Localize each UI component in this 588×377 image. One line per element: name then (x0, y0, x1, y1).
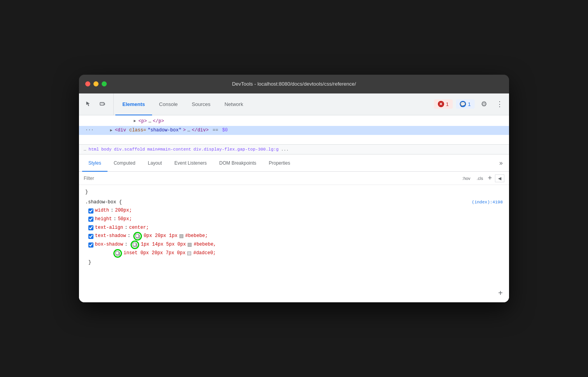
filter-actions: :hov .cls + ◄ (461, 174, 504, 182)
prop-checkbox-width[interactable] (88, 208, 93, 214)
breadcrumb-scaffold[interactable]: div.scaffold (114, 147, 145, 152)
toolbar-right: ✕ 1 💬 1 ⚙ ⋮ (434, 93, 506, 115)
css-rule-shadow-box: .shadow-box { (index):4198 width : 200px… (85, 198, 503, 267)
previous-rule-close: } (85, 188, 503, 197)
rule-close-brace: } (85, 259, 503, 267)
add-style-rule-button[interactable]: + (498, 289, 503, 298)
devtools-toolbar: Elements Console Sources Network ✕ 1 (79, 93, 509, 115)
devtools-panel: Elements Console Sources Network ✕ 1 (79, 93, 509, 302)
copy-icon-inset[interactable] (113, 249, 122, 258)
cls-button[interactable]: .cls (475, 175, 485, 181)
maximize-button[interactable] (102, 81, 107, 86)
dom-tree: ▶ <p> … </p> ··· ▶ <div class= "shadow-b… (79, 115, 509, 145)
prop-row-text-align: text-align : center; (85, 224, 503, 232)
window-title: DevTools - localhost:8080/docs/devtools/… (232, 81, 356, 87)
color-swatch-text-shadow[interactable] (179, 234, 183, 238)
prop-row-box-shadow: box-shadow : 1px 14px 5px 0px #bebebe, (85, 241, 503, 249)
close-button[interactable] (85, 81, 90, 86)
traffic-lights (85, 81, 107, 86)
prop-checkbox-height[interactable] (88, 217, 93, 222)
tab-styles[interactable]: Styles (82, 155, 108, 172)
settings-button[interactable]: ⚙ (478, 98, 490, 110)
css-selector[interactable]: .shadow-box { (85, 198, 122, 207)
more-tabs-button[interactable]: » (496, 154, 506, 171)
dom-row-partial (79, 135, 509, 143)
tab-sources[interactable]: Sources (185, 94, 218, 115)
add-style-button[interactable]: + (488, 174, 492, 182)
tab-dom-breakpoints[interactable]: DOM Breakpoints (213, 155, 263, 172)
color-swatch-box-shadow[interactable] (188, 243, 192, 247)
hov-button[interactable]: :hov (461, 175, 472, 181)
tab-console[interactable]: Console (152, 94, 185, 115)
tab-event-listeners[interactable]: Event Listeners (168, 155, 213, 172)
devtools-tabs: Elements Console Sources Network (115, 93, 434, 115)
svg-rect-6 (133, 243, 136, 246)
device-toggle-button[interactable] (96, 98, 109, 110)
error-icon: ✕ (438, 101, 444, 107)
expand-triangle[interactable]: ▶ (134, 118, 136, 124)
tab-properties[interactable]: Properties (263, 155, 297, 172)
prop-row-height: height : 50px; (85, 215, 503, 224)
prop-checkbox-box-shadow[interactable] (88, 242, 93, 248)
breadcrumb-html[interactable]: html (89, 147, 99, 152)
error-badge-button[interactable]: ✕ 1 (434, 99, 453, 109)
ellipsis: ··· (85, 127, 94, 134)
collapse-button[interactable]: ◄ (495, 174, 504, 182)
breadcrumb-bar: … html body div.scaffold main#main-conte… (79, 145, 509, 154)
prop-row-text-shadow: text-shadow : 0px 20px 1px #bebebe; (85, 232, 503, 241)
filter-input[interactable] (84, 176, 461, 181)
toolbar-icons (82, 93, 114, 115)
tab-elements[interactable]: Elements (115, 94, 152, 115)
dom-row-p[interactable]: ▶ <p> … </p> (79, 117, 509, 126)
styles-tabs-bar: Styles Computed Layout Event Listeners D… (79, 154, 509, 172)
tab-layout[interactable]: Layout (142, 155, 168, 172)
tab-network[interactable]: Network (217, 94, 250, 115)
prop-checkbox-text-shadow[interactable] (88, 234, 93, 239)
more-options-button[interactable]: ⋮ (493, 98, 506, 110)
minimize-button[interactable] (93, 81, 99, 86)
prop-checkbox-text-align[interactable] (88, 225, 93, 230)
styles-content: } .shadow-box { (index):4198 width : 200… (79, 185, 509, 302)
copy-icon-text-shadow[interactable] (133, 232, 142, 241)
message-icon: 💬 (460, 101, 466, 107)
source-link[interactable]: (index):4198 (472, 199, 503, 206)
prop-row-box-shadow-inset: inset 0px 20px 7px 0px #dadce0; (85, 249, 503, 258)
breadcrumb-main[interactable]: main#main-content (147, 147, 191, 152)
message-badge-button[interactable]: 💬 1 (456, 99, 475, 109)
tab-computed[interactable]: Computed (108, 155, 142, 172)
title-bar: DevTools - localhost:8080/docs/devtools/… (79, 75, 509, 93)
prop-row-width: width : 200px; (85, 206, 503, 215)
breadcrumb-flex[interactable]: div.display-flex.gap-top-300.lg:g (194, 147, 279, 152)
svg-rect-1 (104, 103, 105, 105)
svg-rect-2 (101, 103, 103, 104)
expand-triangle-2[interactable]: ▶ (110, 127, 113, 134)
copy-icon-box-shadow[interactable] (131, 241, 139, 249)
breadcrumb-body[interactable]: body (101, 147, 111, 152)
color-swatch-inset[interactable] (187, 251, 191, 255)
svg-rect-4 (136, 234, 139, 237)
devtools-window: DevTools - localhost:8080/docs/devtools/… (79, 75, 509, 302)
svg-rect-8 (116, 251, 119, 255)
filter-bar: :hov .cls + ◄ (79, 172, 509, 185)
inspect-button[interactable] (82, 98, 95, 110)
dom-row-shadow-box[interactable]: ··· ▶ <div class= "shadow-box" > … </div… (79, 126, 509, 135)
